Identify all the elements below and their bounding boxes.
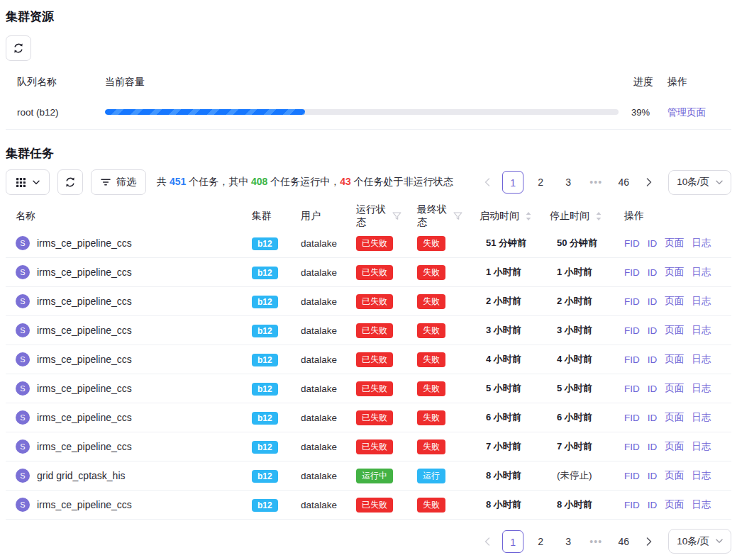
page-link[interactable]: 页面 <box>665 382 684 395</box>
final-status-badge: 失败 <box>417 323 445 338</box>
sort-icon[interactable] <box>526 212 531 220</box>
fid-link[interactable]: FID <box>624 325 640 336</box>
fid-link[interactable]: FID <box>624 471 640 481</box>
fid-link[interactable]: FID <box>624 500 640 510</box>
log-link[interactable]: 日志 <box>692 469 711 482</box>
capacity-progress-bar <box>105 109 619 115</box>
page-button-46[interactable]: 46 <box>613 171 634 194</box>
stop-time: 7 小时前 <box>533 440 609 453</box>
log-link[interactable]: 日志 <box>692 266 711 279</box>
fid-link[interactable]: FID <box>624 354 640 365</box>
log-link[interactable]: 日志 <box>692 353 711 366</box>
stop-time: (未停止) <box>533 469 609 482</box>
id-link[interactable]: ID <box>648 442 658 452</box>
log-link[interactable]: 日志 <box>692 440 711 453</box>
filter-button[interactable]: 筛选 <box>91 169 146 195</box>
id-link[interactable]: ID <box>648 325 658 336</box>
progress-header: 进度 <box>624 76 664 89</box>
page-link[interactable]: 页面 <box>665 237 684 250</box>
chevron-left-icon <box>479 171 496 194</box>
final-status-badge: 失败 <box>417 498 445 513</box>
stop-time: 8 小时前 <box>533 498 609 511</box>
pages-ellipsis[interactable]: ••• <box>585 530 606 553</box>
id-link[interactable]: ID <box>648 471 658 481</box>
pagination-bottom: 1 2 3 ••• 46 10条/页 <box>479 529 731 554</box>
page-link[interactable]: 页面 <box>665 411 684 424</box>
id-link[interactable]: ID <box>648 296 658 307</box>
column-settings-button[interactable] <box>6 169 50 195</box>
log-link[interactable]: 日志 <box>692 237 711 250</box>
user-cell: datalake <box>291 296 339 307</box>
fid-link[interactable]: FID <box>624 442 640 452</box>
fid-link[interactable]: FID <box>624 383 640 394</box>
stop-time: 50 分钟前 <box>533 237 609 250</box>
log-link[interactable]: 日志 <box>692 324 711 337</box>
page-button-1[interactable]: 1 <box>502 171 523 194</box>
cluster-tasks-title: 集群任务 <box>6 145 731 162</box>
id-link[interactable]: ID <box>648 500 658 510</box>
start-time: 4 小时前 <box>462 353 533 366</box>
page-link[interactable]: 页面 <box>665 469 684 482</box>
stop-time: 2 小时前 <box>533 295 609 308</box>
start-time: 6 小时前 <box>462 411 533 424</box>
pages-ellipsis[interactable]: ••• <box>585 171 606 194</box>
start-time: 3 小时前 <box>462 324 533 337</box>
cluster-tag: b12 <box>252 470 278 483</box>
table-row: Sirms_ce_pipeline_ccs b12 datalake 已失败 失… <box>6 229 731 258</box>
page-link[interactable]: 页面 <box>665 295 684 308</box>
page-link[interactable]: 页面 <box>665 353 684 366</box>
pagination-top: 1 2 3 ••• 46 10条/页 <box>479 170 731 195</box>
page-link[interactable]: 页面 <box>665 266 684 279</box>
id-link[interactable]: ID <box>648 354 658 365</box>
page-link[interactable]: 页面 <box>665 498 684 511</box>
id-link[interactable]: ID <box>648 383 658 394</box>
manage-page-link[interactable]: 管理页面 <box>667 107 706 118</box>
stop-time: 4 小时前 <box>533 353 609 366</box>
log-link[interactable]: 日志 <box>692 411 711 424</box>
id-link[interactable]: ID <box>648 413 658 423</box>
table-row: Sirms_ce_pipeline_ccs b12 datalake 已失败 失… <box>6 345 731 374</box>
page: 集群资源 队列名称 当前容量 进度 操作 root (b12) <box>0 0 737 554</box>
log-link[interactable]: 日志 <box>692 382 711 395</box>
log-link[interactable]: 日志 <box>692 295 711 308</box>
stopped-count: 43 <box>340 176 351 187</box>
funnel-filter-icon[interactable] <box>392 212 401 220</box>
refresh-tasks-button[interactable] <box>57 169 83 195</box>
fid-link[interactable]: FID <box>624 267 640 278</box>
chevron-right-icon[interactable] <box>641 530 658 553</box>
chevron-down-icon <box>33 180 40 185</box>
chevron-left-icon <box>479 530 496 553</box>
page-button-1[interactable]: 1 <box>502 530 523 553</box>
sort-icon[interactable] <box>596 212 602 220</box>
page-button-46[interactable]: 46 <box>613 530 634 553</box>
stop-time: 1 小时前 <box>533 266 609 279</box>
final-status-badge: 失败 <box>417 410 445 425</box>
final-status-badge: 运行 <box>417 469 445 483</box>
log-link[interactable]: 日志 <box>692 498 711 511</box>
page-link[interactable]: 页面 <box>665 440 684 453</box>
page-button-3[interactable]: 3 <box>558 530 579 553</box>
start-time: 51 分钟前 <box>462 237 533 250</box>
id-link[interactable]: ID <box>648 238 658 249</box>
run-status-badge: 已失败 <box>356 381 393 396</box>
fid-link[interactable]: FID <box>624 238 640 249</box>
funnel-filter-icon[interactable] <box>453 212 462 220</box>
actions-header: 操作 <box>609 210 731 223</box>
user-header: 用户 <box>291 210 339 223</box>
page-button-3[interactable]: 3 <box>558 171 579 194</box>
user-cell: datalake <box>291 383 339 394</box>
chevron-right-icon[interactable] <box>641 171 658 194</box>
page-size-select[interactable]: 10条/页 <box>668 170 731 195</box>
page-button-2[interactable]: 2 <box>530 171 551 194</box>
refresh-icon <box>13 43 24 54</box>
fid-link[interactable]: FID <box>624 413 640 423</box>
run-status-badge: 已失败 <box>356 294 393 309</box>
cluster-tag: b12 <box>252 412 278 425</box>
fid-link[interactable]: FID <box>624 296 640 307</box>
refresh-resources-button[interactable] <box>6 35 31 61</box>
id-link[interactable]: ID <box>648 267 658 278</box>
page-button-2[interactable]: 2 <box>530 530 551 553</box>
page-size-select[interactable]: 10条/页 <box>668 529 731 554</box>
task-name: irms_ce_pipeline_ccs <box>37 354 132 365</box>
page-link[interactable]: 页面 <box>665 324 684 337</box>
